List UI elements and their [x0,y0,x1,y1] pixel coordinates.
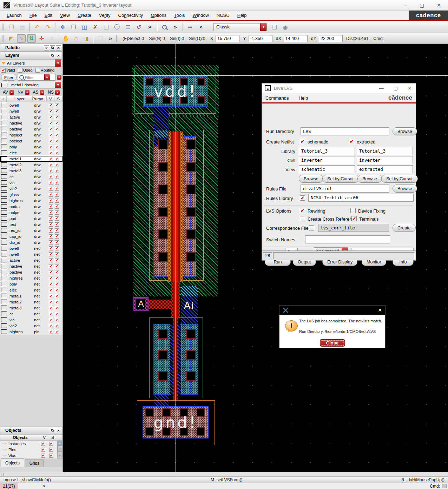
layer-row[interactable]: via2drw✔✔ [0,186,62,192]
dx-input[interactable] [284,35,308,42]
layer-row[interactable]: metal1drw✔✔ [0,156,62,162]
layer-selectable-checkbox[interactable]: ✔ [55,240,59,244]
layer-visible-checkbox[interactable]: ✔ [49,240,53,244]
layer-visible-checkbox[interactable]: ✔ [49,175,53,179]
redo-icon[interactable]: ↷ [43,22,53,32]
layer-selectable-checkbox[interactable]: ✔ [55,199,59,203]
layers-float-icon[interactable]: ⧉ [50,53,55,58]
layer-selectable-checkbox[interactable]: ✔ [55,318,59,322]
layer-selectable-checkbox[interactable]: ✔ [55,103,59,107]
layer-selectable-checkbox[interactable]: ✔ [55,270,59,274]
undo-icon[interactable]: ↶ [32,22,42,32]
layer-selectable-checkbox[interactable]: ✔ [55,276,59,280]
layer-selectable-checkbox[interactable]: ✔ [55,205,59,209]
layer-row[interactable]: pwelldrw✔✔ [0,102,62,108]
lvs-close-button[interactable]: ✕ [408,86,411,91]
tab-grids[interactable]: Grids [25,460,44,467]
layer-row[interactable]: cap_iddrw✔✔ [0,233,62,239]
layer-selectable-checkbox[interactable]: ✔ [55,228,59,233]
layers-close-icon[interactable]: ✕ [56,53,61,58]
scroll-thumb[interactable] [58,446,62,452]
layer-selectable-checkbox[interactable]: ✔ [55,193,59,197]
layer-row[interactable]: metal2net✔✔ [0,299,62,305]
layer-visible-checkbox[interactable]: ✔ [49,246,53,250]
purpose-column-header[interactable]: Purpo... [33,96,47,102]
layer-visible-checkbox[interactable]: ✔ [49,306,53,310]
layer-visible-checkbox[interactable]: ✔ [49,133,53,137]
menu-connectivity[interactable]: Connectivity [114,11,147,19]
vis-dropdown-arrow[interactable]: ▼ [40,90,44,95]
layer-visible-checkbox[interactable]: ✔ [49,276,53,280]
layer-visible-checkbox[interactable]: ✔ [49,193,53,197]
object-selectable-checkbox[interactable]: ✔ [49,442,53,446]
lvs-maximize-button[interactable]: ▢ [394,86,398,91]
objects-v-header[interactable]: V [40,435,48,440]
layer-visible-checkbox[interactable]: ✔ [49,330,53,334]
menu-create[interactable]: Create [74,11,95,19]
correspondence-file-input[interactable] [318,224,389,232]
y-coordinate-input[interactable] [249,35,272,42]
layer-selectable-checkbox[interactable]: ✔ [55,145,59,149]
workspace-dropdown-arrow[interactable]: ▼ [260,24,266,31]
more-route-icon[interactable]: » [196,22,206,32]
select-mode-icon[interactable]: ◩ [7,34,15,43]
object-row[interactable]: ····Pins✔✔ [0,447,57,453]
properties-icon[interactable]: ❑ [101,22,111,32]
layer-visible-checkbox[interactable]: ✔ [49,252,53,256]
layer-selectable-checkbox[interactable]: ✔ [55,163,59,167]
current-layer-dropdown-arrow[interactable]: ▼ [55,82,61,88]
info-icon[interactable]: ⓘ [112,22,122,32]
object-visible-checkbox[interactable]: ✔ [41,454,45,458]
create-button[interactable]: Create [393,224,416,232]
menu-tools[interactable]: Tools [170,11,189,19]
layer-selectable-checkbox[interactable]: ✔ [55,330,59,334]
layer-selectable-checkbox[interactable]: ✔ [55,181,59,185]
menu-launch[interactable]: Launch [3,11,26,19]
copy-icon[interactable]: ❐ [69,22,78,32]
layer-row[interactable]: pwellnet✔✔ [0,245,62,251]
layer-row[interactable]: nactivedrw✔✔ [0,120,62,126]
rules-library-input[interactable] [308,194,414,202]
layer-selectable-checkbox[interactable]: ✔ [55,324,59,328]
route-icon[interactable]: ➥ [185,22,195,32]
msg-close-button[interactable]: Close [320,339,345,347]
workspace-windows-icon[interactable]: ❏ [270,22,279,32]
layer-visible-checkbox[interactable]: ✔ [49,163,53,167]
library-schematic-input[interactable] [299,147,355,155]
menu-view[interactable]: View [56,11,74,19]
layer-selectable-checkbox[interactable]: ✔ [55,127,59,131]
layer-selectable-checkbox[interactable]: ✔ [55,246,59,250]
layer-visible-checkbox[interactable]: ✔ [49,121,53,125]
menu-commands[interactable]: Commands [265,95,289,101]
vis-dropdown-arrow[interactable]: ▼ [25,90,29,95]
layer-set-dropdown-arrow[interactable]: ▼ [55,59,61,67]
layer-row[interactable]: ccnet✔✔ [0,311,62,317]
palette-help-button[interactable]: ? [44,45,49,51]
layer-selectable-checkbox[interactable]: ✔ [55,216,59,221]
layer-row[interactable]: viadrw✔✔ [0,180,62,186]
lasso-select-icon[interactable]: ◌ [47,34,56,43]
layer-visible-checkbox[interactable]: ✔ [49,151,53,155]
layer-visible-checkbox[interactable]: ✔ [49,264,53,268]
layer-selectable-checkbox[interactable]: ✔ [55,294,59,298]
redraw-icon[interactable]: ↺ [134,22,144,32]
layer-visible-checkbox[interactable]: ✔ [49,228,53,233]
layer-row[interactable]: highresnet✔✔ [0,275,62,281]
menu-verify[interactable]: Verify [95,11,114,19]
layer-row[interactable]: metal1net✔✔ [0,293,62,299]
toggle-assistants-icon[interactable]: ◉ [281,22,290,32]
object-visible-checkbox[interactable]: ✔ [41,448,45,452]
run-directory-browse-button[interactable]: Browse [393,127,417,135]
layer-selectable-checkbox[interactable]: ✔ [55,133,59,137]
layer-set-combo[interactable]: All Layers ▼ [0,59,62,67]
x-coordinate-input[interactable] [216,35,239,42]
device-fixing-checkbox[interactable]: ✔ [350,208,356,213]
filter-button[interactable]: Filter [1,74,17,81]
toolbar-grip[interactable] [2,24,4,31]
object-row[interactable]: ····Instances✔✔ [0,441,57,447]
toolbar-grip[interactable] [116,35,118,42]
view-schematic-input[interactable] [299,165,355,173]
more-modes-icon[interactable]: » [106,34,115,43]
layer-row[interactable]: dio_iddrw✔✔ [0,239,62,245]
layer-visible-checkbox[interactable]: ✔ [49,294,53,298]
